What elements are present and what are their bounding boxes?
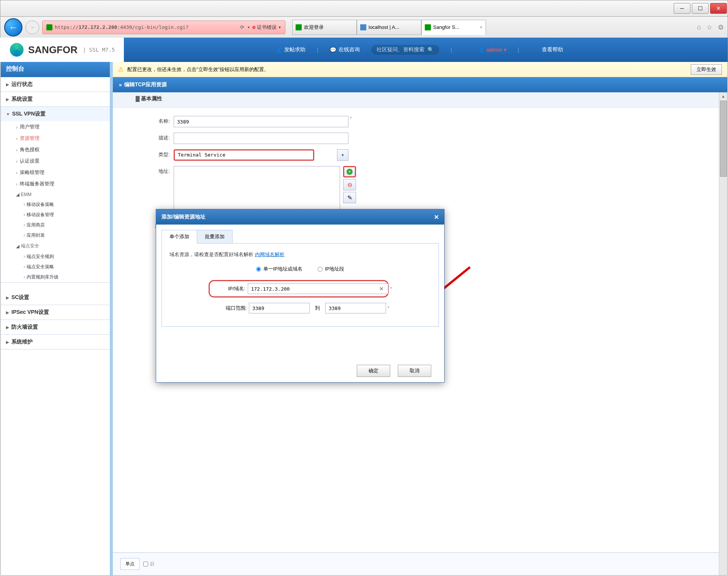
nav-app-store[interactable]: ›应用商店 — [1, 220, 110, 230]
nav-app-wrap[interactable]: ›应用封装 — [1, 230, 110, 241]
vertical-scrollbar[interactable]: ▲ — [719, 92, 727, 575]
admin-menu[interactable]: 👤admin▾ — [478, 47, 506, 53]
nav-firewall[interactable]: ▶防火墙设置 — [1, 320, 110, 334]
home-icon[interactable]: ⌂ — [697, 23, 701, 32]
name-input[interactable] — [174, 116, 348, 127]
bottom-bar: 单点 启 — [113, 552, 727, 575]
logo-icon — [9, 42, 24, 57]
tab-close-icon[interactable]: × — [480, 24, 483, 30]
add-address-button[interactable]: + — [343, 166, 356, 177]
delete-address-button[interactable]: ⊖ — [343, 179, 356, 190]
ip-range-radio[interactable]: IP地址段 — [318, 266, 344, 272]
search-icon: 🔍 — [427, 47, 434, 53]
user-icon: 👤 — [275, 47, 282, 53]
nav-user-management[interactable]: ›用户管理 — [1, 121, 110, 133]
port-to-label: 到 — [310, 305, 325, 312]
ip-domain-input[interactable] — [248, 283, 388, 294]
tab-icon — [425, 24, 431, 30]
nav-sc-settings[interactable]: ▶SC设置 — [1, 290, 110, 305]
nav-emm-group[interactable]: ◢EMM — [1, 190, 110, 199]
nav-ssl-vpn-settings[interactable]: ▼SSL VPN设置 — [1, 107, 110, 121]
browser-tab[interactable]: 欢迎登录 — [292, 20, 357, 35]
desc-input[interactable] — [174, 133, 348, 144]
tab-icon — [360, 24, 366, 30]
single-ip-radio[interactable]: 单一IP地址或域名 — [256, 266, 302, 272]
enable-checkbox[interactable]: 启 — [143, 561, 154, 567]
product-version: | SSL M7.5 — [83, 47, 115, 53]
cert-error-badge[interactable]: ⊘证书错误 ▾ — [252, 24, 281, 31]
nav-system-settings[interactable]: ▶系统设置 — [1, 92, 110, 106]
sso-tab[interactable]: 单点 — [120, 558, 139, 570]
clear-input-icon[interactable]: ✕ — [379, 286, 384, 292]
domain-hint: 域名资源，请检查是否配置好域名解析 内网域名解析 — [169, 251, 431, 258]
close-button[interactable]: ✕ — [710, 3, 727, 14]
desc-label: 描述: — [124, 133, 174, 141]
chat-icon: 💬 — [330, 47, 336, 53]
batch-add-tab[interactable]: 批量添加 — [197, 230, 233, 243]
nav-system-maintain[interactable]: ▶系统维护 — [1, 335, 110, 349]
back-button[interactable]: ← — [4, 18, 22, 36]
minus-icon: ⊖ — [347, 181, 352, 188]
browser-tab[interactable]: localhost | A... — [357, 20, 421, 35]
addr-label: 地址: — [124, 166, 174, 175]
url-bar[interactable]: https://172.172.2.200:4430/cgi-bin/login… — [42, 21, 285, 34]
pencil-icon: ✎ — [347, 194, 352, 201]
required-mark: * — [390, 286, 392, 291]
port-to-input[interactable] — [325, 303, 386, 313]
plus-icon: + — [347, 169, 353, 175]
nav-endpoint-rules[interactable]: ›端点安全规则 — [1, 252, 110, 262]
ok-button[interactable]: 确定 — [357, 365, 390, 377]
settings-icon[interactable]: ⚙ — [718, 23, 724, 32]
ip-label: IP/域名: — [214, 285, 248, 292]
help-link[interactable]: 查看帮助 — [542, 46, 563, 53]
post-help-link[interactable]: 👤发帖求助 — [275, 46, 305, 53]
port-from-input[interactable] — [249, 303, 310, 313]
required-mark: * — [388, 305, 389, 311]
nav-policy-group[interactable]: ›策略组管理 — [1, 167, 110, 178]
nav-runtime-status[interactable]: ▶运行状态 — [1, 77, 110, 92]
nav-role-auth[interactable]: ›角色授权 — [1, 144, 110, 155]
minimize-button[interactable]: ─ — [674, 3, 690, 14]
site-icon — [46, 24, 52, 30]
type-select[interactable]: Terminal Service — [174, 149, 314, 161]
section-basic-attrs: ▓ 基本属性 — [113, 92, 727, 108]
online-consult-link[interactable]: 💬在线咨询 — [330, 46, 360, 53]
sidebar: 控制台 ▶运行状态 ▶系统设置 ▼SSL VPN设置 ›用户管理 ›资源管理 ›… — [1, 62, 113, 575]
chevron-down-icon: ▾ — [504, 47, 506, 53]
community-search[interactable]: 社区疑问、资料搜索🔍 — [371, 45, 439, 55]
browser-tools: ⌂ ☆ ⚙ — [697, 23, 724, 32]
nav-ipsec-vpn[interactable]: ▶IPSec VPN设置 — [1, 305, 110, 320]
nav-endpoint-policy[interactable]: ›端点安全策略 — [1, 262, 110, 272]
sidebar-title: 控制台 — [1, 62, 110, 77]
tab-icon — [296, 24, 302, 30]
nav-auth-settings[interactable]: ›认证设置 — [1, 155, 110, 167]
dialog-close-icon[interactable]: ✕ — [434, 214, 439, 221]
alert-text: 配置已更改，但还未生效，点击"立即生效"按钮以应用新的配置。 — [127, 66, 269, 73]
address-listbox[interactable] — [174, 166, 340, 215]
forward-button[interactable]: → — [25, 21, 39, 34]
dialog-title-bar[interactable]: 添加/编辑资源地址 ✕ — [156, 209, 444, 225]
config-alert: ⚠ 配置已更改，但还未生效，点击"立即生效"按钮以应用新的配置。 立即生效 — [113, 62, 727, 77]
apply-now-button[interactable]: 立即生效 — [691, 64, 722, 75]
warning-icon: ⚠ — [118, 66, 123, 73]
nav-mobile-manage[interactable]: ›移动设备管理 — [1, 210, 110, 220]
cancel-button[interactable]: 取消 — [398, 365, 431, 377]
name-label: 名称: — [124, 116, 174, 125]
brand-area: SANGFOR | SSL M7.5 — [0, 38, 124, 62]
brand-text: SANGFOR — [28, 44, 78, 56]
browser-tabs: 欢迎登录 localhost | A... Sangfor S...× — [292, 20, 486, 35]
nav-builtin-rules[interactable]: ›内置规则库升级 — [1, 272, 110, 282]
port-label: 端口范围: — [211, 305, 249, 312]
nav-terminal-server[interactable]: ›终端服务器管理 — [1, 178, 110, 190]
nav-mobile-policy[interactable]: ›移动设备策略 — [1, 199, 110, 210]
type-dropdown-arrow[interactable]: ▾ — [337, 149, 348, 161]
url-text: https://172.172.2.200:4430/cgi-bin/login… — [55, 24, 188, 30]
maximize-button[interactable]: ☐ — [692, 3, 709, 14]
nav-resource-management[interactable]: ›资源管理 — [1, 133, 110, 144]
favorite-icon[interactable]: ☆ — [706, 23, 712, 32]
single-add-tab[interactable]: 单个添加 — [161, 230, 197, 244]
browser-tab-active[interactable]: Sangfor S...× — [421, 20, 486, 35]
nav-endpoint-group[interactable]: ◢端点安全 — [1, 241, 110, 252]
internal-dns-link[interactable]: 内网域名解析 — [255, 252, 285, 257]
edit-address-button[interactable]: ✎ — [343, 192, 356, 203]
